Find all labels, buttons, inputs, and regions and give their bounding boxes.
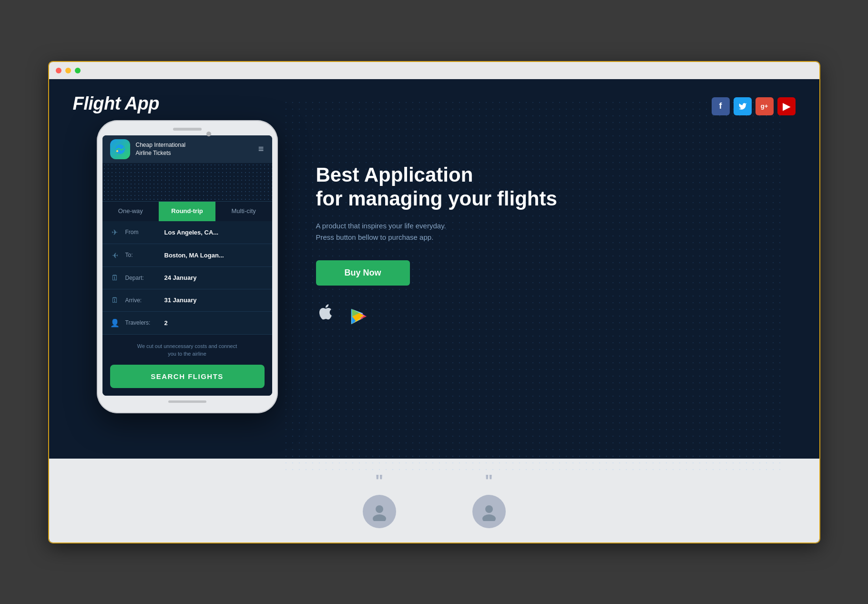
- app-name: Cheap InternationalAirline Tickets: [136, 141, 253, 157]
- from-value: Los Angeles, CA...: [164, 229, 219, 236]
- app-icon: [110, 139, 130, 159]
- from-field-row[interactable]: ✈ From Los Angeles, CA...: [102, 221, 272, 244]
- calendar-arrive-icon: 🗓: [110, 296, 120, 305]
- testimonial-2: ": [472, 473, 506, 528]
- arrive-field-row[interactable]: 🗓 Arrive: 31 January: [102, 289, 272, 312]
- quote-mark-1: ": [375, 473, 383, 490]
- social-icons: f g+ ▶: [712, 97, 796, 115]
- depart-value: 24 January: [164, 274, 197, 281]
- travelers-icon: 👤: [110, 318, 120, 328]
- facebook-icon[interactable]: f: [712, 97, 730, 115]
- travelers-value: 2: [164, 319, 168, 327]
- phone-mockup: Cheap InternationalAirline Tickets ≡ One…: [97, 120, 278, 413]
- svg-point-7: [376, 505, 383, 513]
- apple-store-badge[interactable]: [316, 303, 335, 330]
- header: Flight App f g+ ▶: [49, 79, 819, 115]
- hero-description: A product that inspires your life everyd…: [316, 220, 497, 243]
- avatar-2: [472, 495, 506, 528]
- twitter-icon[interactable]: [734, 97, 752, 115]
- phone-speaker: [173, 128, 202, 131]
- trip-tabs: One-way Round-trip Multi-city: [102, 201, 272, 221]
- travelers-field-row[interactable]: 👤 Travelers: 2: [102, 312, 272, 335]
- minimize-button[interactable]: [65, 68, 71, 73]
- svg-point-9: [485, 505, 493, 513]
- from-label: From: [125, 229, 159, 235]
- search-flights-button[interactable]: SEARCH FLIGHTS: [110, 365, 265, 388]
- close-button[interactable]: [56, 68, 61, 73]
- browser-body: Flight App f g+ ▶: [49, 79, 819, 543]
- phone-outer: Cheap InternationalAirline Tickets ≡ One…: [97, 120, 278, 413]
- arrive-value: 31 January: [164, 297, 197, 304]
- calendar-depart-icon: 🗓: [110, 274, 120, 282]
- svg-point-1: [116, 150, 118, 152]
- quote-mark-2: ": [485, 473, 493, 490]
- to-value: Boston, MA Logan...: [164, 252, 224, 259]
- footer-description: We cut out unnecessary costs and connect…: [110, 342, 265, 358]
- app-logo: Flight App: [73, 93, 159, 114]
- phone-home-bar: [168, 400, 206, 403]
- svg-point-8: [373, 514, 386, 521]
- to-label: To:: [125, 252, 159, 258]
- svg-point-10: [482, 514, 496, 521]
- google-plus-icon[interactable]: g+: [756, 97, 774, 115]
- youtube-icon[interactable]: ▶: [777, 97, 796, 115]
- google-play-badge[interactable]: [348, 306, 370, 328]
- avatar-1: [363, 495, 396, 528]
- phone-footer: We cut out unnecessary costs and connect…: [102, 335, 272, 396]
- plane-from-icon: ✈: [110, 228, 120, 237]
- phone-camera: [206, 132, 211, 136]
- depart-field-row[interactable]: 🗓 Depart: 24 January: [102, 267, 272, 289]
- hero-content: Best Applicationfor managing your flight…: [278, 125, 796, 330]
- phone-map-dots: [102, 163, 272, 201]
- phone-statusbar: Cheap InternationalAirline Tickets ≡: [102, 135, 272, 163]
- depart-label: Depart:: [125, 275, 159, 281]
- travelers-label: Travelers:: [125, 319, 159, 326]
- flight-fields: ✈ From Los Angeles, CA... ✈ To: Boston, …: [102, 221, 272, 335]
- phone-screen: Cheap InternationalAirline Tickets ≡ One…: [102, 135, 272, 396]
- hamburger-menu[interactable]: ≡: [258, 143, 265, 154]
- tab-multi-city[interactable]: Multi-city: [215, 202, 272, 221]
- main-content: Cheap InternationalAirline Tickets ≡ One…: [49, 115, 819, 459]
- testimonial-1: ": [363, 473, 396, 528]
- browser-window: Flight App f g+ ▶: [48, 61, 820, 543]
- tab-round-trip[interactable]: Round-trip: [159, 202, 215, 221]
- phone-map-area: [102, 163, 272, 201]
- plane-to-icon: ✈: [110, 251, 120, 260]
- tab-one-way[interactable]: One-way: [102, 202, 159, 221]
- buy-now-button[interactable]: Buy Now: [316, 260, 410, 286]
- browser-titlebar: [49, 62, 819, 79]
- hero-headline: Best Applicationfor managing your flight…: [316, 163, 796, 211]
- maximize-button[interactable]: [75, 68, 81, 73]
- to-field-row[interactable]: ✈ To: Boston, MA Logan...: [102, 244, 272, 267]
- store-badges: [316, 303, 796, 330]
- arrive-label: Arrive:: [125, 297, 159, 304]
